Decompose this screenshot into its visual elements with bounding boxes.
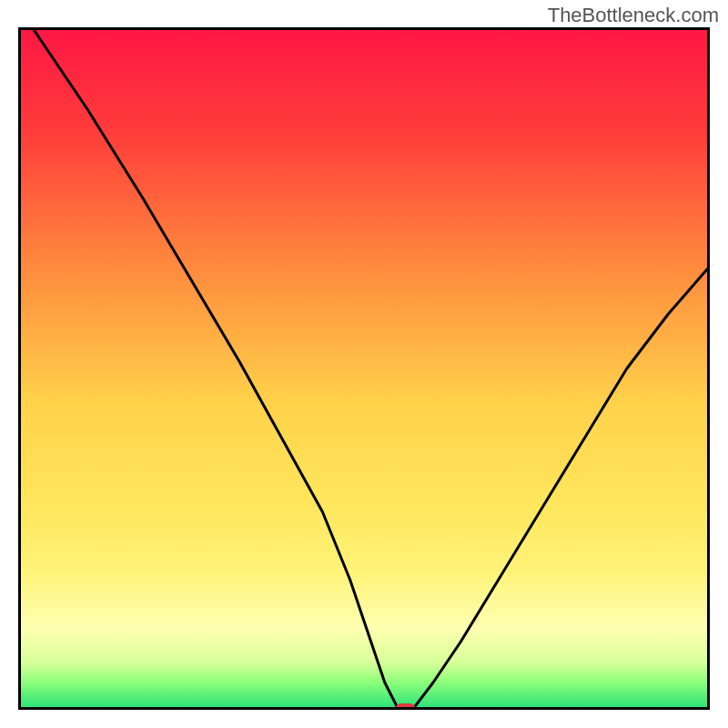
bottleneck-plot <box>18 27 710 710</box>
chart-container: TheBottleneck.com <box>0 0 728 728</box>
watermark-text: TheBottleneck.com <box>548 4 719 27</box>
gradient-background <box>18 27 710 710</box>
chart-svg <box>18 27 710 710</box>
